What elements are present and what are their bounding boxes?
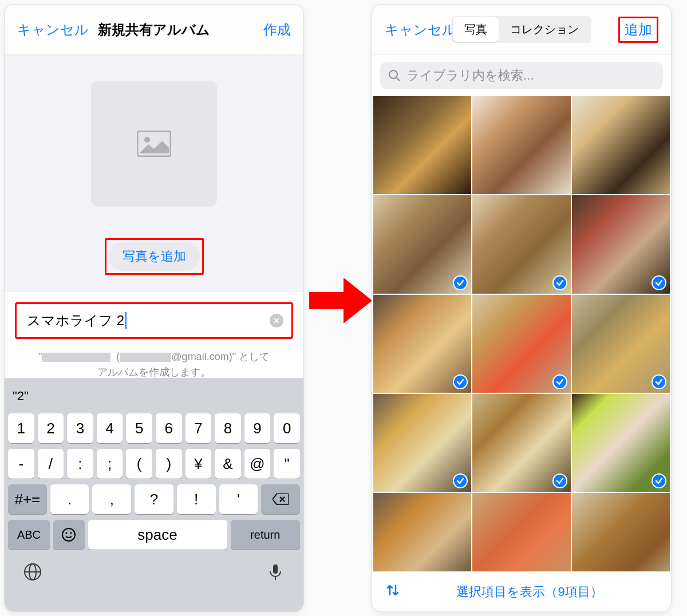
key-:[interactable]: : <box>67 449 93 479</box>
key-'[interactable]: ' <box>219 484 258 514</box>
key-6[interactable]: 6 <box>156 413 182 443</box>
globe-icon[interactable] <box>23 562 42 582</box>
key-9[interactable]: 9 <box>244 413 271 443</box>
photo-thumb[interactable] <box>472 295 570 393</box>
photo-thumb[interactable] <box>572 295 670 393</box>
search-placeholder: ライブラリ内を検索... <box>406 67 534 84</box>
check-icon <box>453 473 468 488</box>
check-icon <box>652 473 666 488</box>
key-&[interactable]: & <box>215 449 241 479</box>
nav-bar: キャンセル 新規共有アルバム 作成 <box>5 5 303 55</box>
key-/[interactable]: / <box>38 449 64 479</box>
key-)[interactable]: ) <box>156 449 182 479</box>
seg-photos[interactable]: 写真 <box>453 17 499 42</box>
create-button[interactable]: 作成 <box>263 21 291 39</box>
key-return[interactable]: return <box>231 520 300 550</box>
add-photo-button[interactable]: 写真を追加 <box>109 242 200 271</box>
key-space[interactable]: space <box>88 520 227 550</box>
photo-thumb[interactable] <box>472 394 570 492</box>
show-selected-button[interactable]: 選択項目を表示（9項目） <box>401 583 658 601</box>
keyboard: "2" 1234567890 -/:;()¥&@" #+=.,?!' ABCsp… <box>5 378 303 611</box>
nav-bar-right: キャンセル 写真 コレクション 追加 <box>372 5 671 55</box>
photo-thumb[interactable] <box>373 295 471 393</box>
check-icon <box>453 374 468 389</box>
suggestion-bar: "2" <box>8 382 300 410</box>
key-4[interactable]: 4 <box>97 413 123 443</box>
check-icon <box>652 374 666 389</box>
sort-icon[interactable] <box>385 582 401 602</box>
search-input[interactable]: ライブラリ内を検索... <box>380 62 663 89</box>
key-2[interactable]: 2 <box>38 413 64 443</box>
footer-bar: 選択項目を表示（9項目） <box>372 571 671 611</box>
svg-rect-8 <box>273 564 278 574</box>
key-7[interactable]: 7 <box>185 413 212 443</box>
photo-grid <box>372 96 671 591</box>
key-1[interactable]: 1 <box>8 413 34 443</box>
clear-icon[interactable] <box>270 314 283 327</box>
svg-point-3 <box>66 532 68 534</box>
key-¥[interactable]: ¥ <box>185 449 212 479</box>
key-;[interactable]: ; <box>97 449 123 479</box>
key-3[interactable]: 3 <box>67 413 93 443</box>
key-![interactable]: ! <box>177 484 216 514</box>
add-button[interactable]: 追加 <box>618 17 658 43</box>
search-icon <box>388 69 401 82</box>
key-.[interactable]: . <box>50 484 89 514</box>
svg-line-11 <box>396 77 400 81</box>
key-8[interactable]: 8 <box>215 413 241 443</box>
key-0[interactable]: 0 <box>274 413 300 443</box>
key-5[interactable]: 5 <box>126 413 152 443</box>
cancel-button[interactable]: キャンセル <box>385 21 456 39</box>
segmented-control[interactable]: 写真 コレクション <box>452 16 591 43</box>
key-#+=[interactable]: #+= <box>8 484 47 514</box>
album-name-field[interactable]: スマホライフ 2 <box>15 302 293 339</box>
key-?[interactable]: ? <box>135 484 173 514</box>
check-icon <box>552 473 567 488</box>
photo-thumb[interactable] <box>373 394 471 492</box>
add-photo-wrap: 写真を追加 <box>5 232 303 292</box>
text-cursor <box>125 312 127 329</box>
key-"[interactable]: " <box>274 449 300 479</box>
key-ABC[interactable]: ABC <box>8 520 50 550</box>
phone-right: キャンセル 写真 コレクション 追加 ライブラリ内を検索... 選択項目を表示（… <box>372 5 671 611</box>
arrow-icon <box>309 275 372 326</box>
phone-left: キャンセル 新規共有アルバム 作成 写真を追加 スマホライフ 2 " (@gma… <box>5 5 303 611</box>
check-icon <box>552 275 567 290</box>
key-([interactable]: ( <box>126 449 152 479</box>
seg-collections[interactable]: コレクション <box>499 17 590 42</box>
photo-thumb[interactable] <box>373 96 471 194</box>
check-icon <box>453 275 468 290</box>
svg-point-4 <box>70 532 72 534</box>
photo-thumb[interactable] <box>472 195 570 293</box>
key-,[interactable]: , <box>92 484 131 514</box>
photo-thumb[interactable] <box>373 195 471 293</box>
svg-point-10 <box>389 70 397 78</box>
photo-thumb[interactable] <box>572 394 670 492</box>
key--[interactable]: - <box>8 449 34 479</box>
photo-thumb[interactable] <box>572 195 670 293</box>
check-icon <box>652 275 666 290</box>
svg-point-1 <box>144 137 150 143</box>
album-cover-placeholder <box>5 55 303 232</box>
suggestion[interactable]: "2" <box>13 389 29 404</box>
photo-thumb[interactable] <box>572 96 670 194</box>
backspace-key[interactable] <box>261 484 300 514</box>
cancel-button[interactable]: キャンセル <box>17 21 89 39</box>
mic-icon[interactable] <box>266 562 285 582</box>
image-placeholder-icon <box>91 81 217 207</box>
check-icon <box>552 374 567 389</box>
key-@[interactable]: @ <box>244 449 271 479</box>
emoji-key[interactable] <box>53 520 85 550</box>
photo-thumb[interactable] <box>472 96 570 194</box>
svg-point-2 <box>62 528 75 541</box>
album-name-value: スマホライフ 2 <box>27 311 124 330</box>
